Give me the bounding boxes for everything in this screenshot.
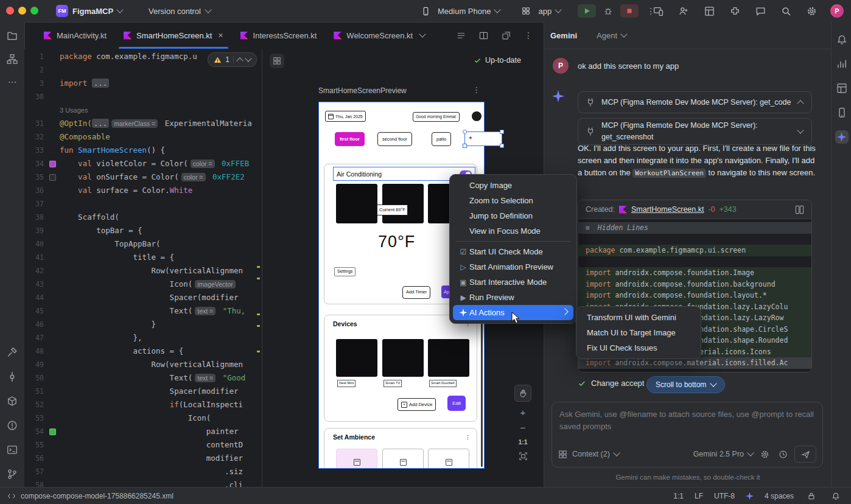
send-button[interactable] (794, 446, 816, 463)
tool-call-get-code[interactable]: MCP (Figma Remote Dev Mode MCP Server): … (578, 91, 812, 113)
tab-welcomescreen[interactable]: WelcomeScreen.kt (325, 22, 433, 49)
gemini-status-icon[interactable] (746, 492, 754, 500)
color-swatch-icon[interactable] (49, 174, 56, 181)
ambience-option-card[interactable] (428, 449, 469, 469)
zoom-out-icon[interactable]: − (520, 423, 526, 432)
ambience-option-card[interactable] (336, 449, 377, 469)
cursor-position[interactable]: 1:1 (673, 492, 684, 500)
preview-menu-icon[interactable]: ⋮ (472, 85, 480, 94)
commit-tool-icon[interactable] (5, 370, 19, 383)
prompt-input[interactable]: Ask Gemini, use @filename to attach sour… (552, 402, 823, 467)
scroll-to-bottom-button[interactable]: Scroll to bottom (646, 376, 725, 393)
window-minimize-button[interactable] (18, 7, 26, 15)
collapse-icon[interactable] (797, 100, 804, 107)
preview-view-options-icon[interactable] (270, 54, 284, 68)
chip-first-floor[interactable]: first floor (335, 132, 365, 146)
menu-item-start-interactive-mode[interactable]: ▣Start Interactive Mode (453, 275, 573, 290)
context-selector[interactable]: Context (2) (572, 450, 619, 458)
tab-list-icon[interactable] (454, 29, 468, 42)
color-swatch-icon[interactable] (49, 429, 56, 435)
profiler-tool-icon[interactable] (835, 57, 849, 71)
zoom-in-icon[interactable]: + (520, 408, 526, 417)
edit-button[interactable]: Edit (447, 396, 466, 411)
project-switcher[interactable]: FigmaMCP (72, 0, 122, 22)
file-encoding[interactable]: UTF-8 (714, 492, 735, 500)
project-tool-icon[interactable] (5, 29, 19, 43)
build-variants-tool-icon[interactable] (5, 394, 19, 408)
gemini-settings-icon[interactable] (758, 447, 771, 461)
open-diff-icon[interactable] (795, 205, 804, 214)
terminal-tool-icon[interactable] (5, 443, 19, 457)
pan-tool-icon[interactable] (514, 385, 531, 402)
problems-tool-icon[interactable] (5, 419, 19, 432)
menu-item-copy-image[interactable]: Copy Image (453, 178, 573, 193)
menu-item-jump-to-definition[interactable]: Jump to Definition (453, 208, 573, 223)
running-devices-tool-icon[interactable] (835, 106, 849, 119)
settings-label[interactable]: Settings (334, 267, 355, 276)
chip-add-floor-selected[interactable]: + (464, 131, 502, 146)
more-tools-icon[interactable]: ⋯ (5, 75, 19, 89)
menu-item-view-in-focus-mode[interactable]: View in Focus Mode (453, 223, 573, 239)
tab-dropdown-icon[interactable] (419, 30, 426, 37)
window-zoom-button[interactable] (30, 7, 38, 15)
run-button[interactable] (578, 4, 596, 18)
debug-button[interactable] (601, 4, 615, 18)
plugins-icon[interactable] (728, 4, 741, 18)
expand-icon[interactable] (797, 127, 804, 133)
user-avatar[interactable]: P (830, 4, 844, 18)
date-chip[interactable]: Thu, Jan 2025 (325, 111, 366, 122)
preview-title[interactable]: SmartHomeScreenPreview (318, 86, 407, 95)
notifications-icon[interactable] (835, 33, 849, 46)
history-icon[interactable] (776, 447, 790, 461)
layout-inspector-icon[interactable] (702, 4, 716, 18)
zoom-level[interactable]: 1:1 (518, 438, 527, 446)
tab-smarthomescreen[interactable]: SmartHomeScreen.kt× (115, 22, 231, 49)
color-swatch-icon[interactable] (49, 161, 56, 167)
status-file-name[interactable]: compose-compose-model-1758866285245.xml (21, 492, 173, 500)
created-file-link[interactable]: SmartHomeScreen.kt (631, 205, 704, 214)
run-config-selector[interactable]: app (538, 7, 561, 16)
ambience-menu-icon[interactable]: ⋮ (465, 434, 471, 440)
tab-mainactivity[interactable]: MainActivity.kt (35, 22, 115, 49)
tab-gemini[interactable]: Gemini (550, 31, 577, 40)
chip-second-floor[interactable]: second floor (377, 132, 412, 146)
menu-item-start-ui-check-mode[interactable]: ☑Start UI Check Mode (453, 244, 573, 259)
stop-button[interactable] (620, 4, 639, 18)
split-editor-icon[interactable] (477, 29, 490, 42)
chip-patio[interactable]: patio (432, 132, 451, 146)
indent-setting[interactable]: 4 spaces (765, 492, 794, 500)
editor-more-icon[interactable]: ⋮ (522, 29, 535, 42)
status-notifications-icon[interactable] (829, 489, 842, 503)
next-problem-icon[interactable] (245, 55, 251, 61)
device-mirroring-icon[interactable] (651, 4, 665, 18)
lock-icon[interactable] (805, 489, 818, 503)
add-device-button[interactable]: +Add Device (397, 398, 436, 411)
vcs-widget[interactable]: Version control (149, 0, 211, 22)
add-timer-button[interactable]: Add Timer (402, 286, 430, 299)
detach-editor-icon[interactable] (499, 29, 513, 42)
resource-manager-tool-icon[interactable] (835, 82, 849, 95)
submenu-item-fix-ui-check-issues[interactable]: Fix UI Check Issues (580, 340, 698, 355)
feedback-icon[interactable] (754, 4, 767, 18)
submenu-item-transform-ui-with-gemini[interactable]: Transform UI with Gemini (580, 310, 698, 325)
close-tab-icon[interactable]: × (218, 30, 223, 40)
prev-problem-icon[interactable] (236, 57, 243, 64)
build-tool-icon[interactable] (5, 346, 19, 359)
model-selector[interactable]: Gemini 2.5 Pro (693, 450, 753, 458)
menu-item-start-animation-preview[interactable]: ▷Start Animation Preview (453, 259, 573, 275)
menu-item-run-preview[interactable]: ▶Run Preview (453, 290, 573, 305)
ambience-option-card[interactable] (382, 449, 424, 469)
profile-avatar[interactable] (472, 111, 482, 121)
zoom-to-fit-icon[interactable] (519, 452, 528, 461)
submenu-item-match-ui-to-target-image[interactable]: Match UI to Target Image (580, 325, 698, 340)
tab-interestsscreen[interactable]: InterestsScreen.kt (232, 22, 326, 49)
tab-agent[interactable]: Agent (597, 31, 626, 40)
settings-icon[interactable] (805, 4, 818, 18)
gemini-tool-icon[interactable] (835, 130, 849, 144)
code-editor[interactable]: 1package com.example.figmamcp.u23import … (24, 49, 262, 487)
inspections-widget[interactable]: 1 (208, 52, 257, 67)
structure-tool-icon[interactable] (5, 52, 19, 66)
git-tool-icon[interactable] (5, 467, 19, 481)
device-selector[interactable]: Medium Phone (438, 7, 500, 16)
code-with-me-icon[interactable] (677, 4, 690, 18)
